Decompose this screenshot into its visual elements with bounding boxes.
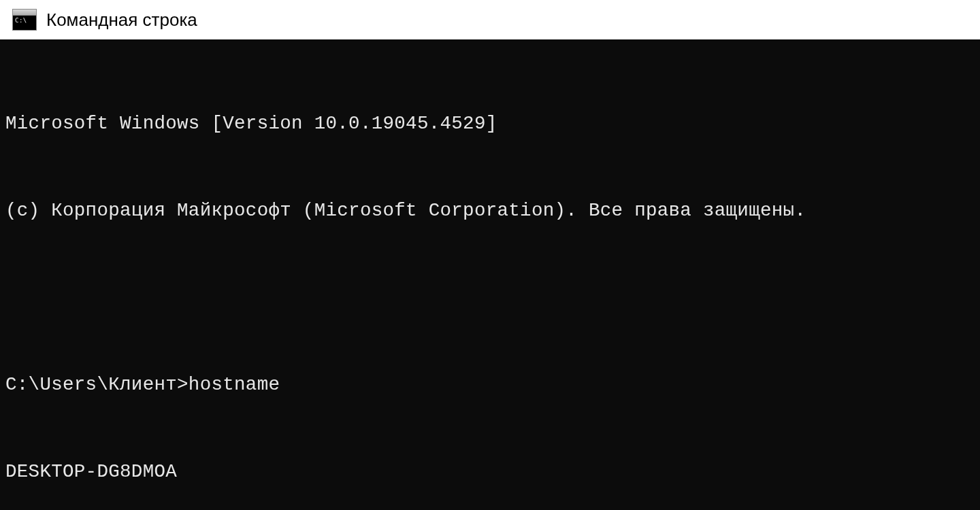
prompt: C:\Users\Клиент> [5,374,189,395]
output-line: DESKTOP-DG8DMOA [5,458,980,487]
banner-line: Microsoft Windows [Version 10.0.19045.45… [5,109,980,139]
blank-line [5,284,980,313]
terminal-output[interactable]: Microsoft Windows [Version 10.0.19045.45… [0,39,980,510]
cmd-icon: C:\ [12,9,37,31]
command-text: hostname [189,374,280,395]
prompt-line: C:\Users\Клиент>hostname [5,371,980,400]
window-titlebar[interactable]: C:\ Командная строка [0,0,980,39]
banner-line: (c) Корпорация Майкрософт (Microsoft Cor… [5,197,980,226]
window-title: Командная строка [46,10,197,31]
